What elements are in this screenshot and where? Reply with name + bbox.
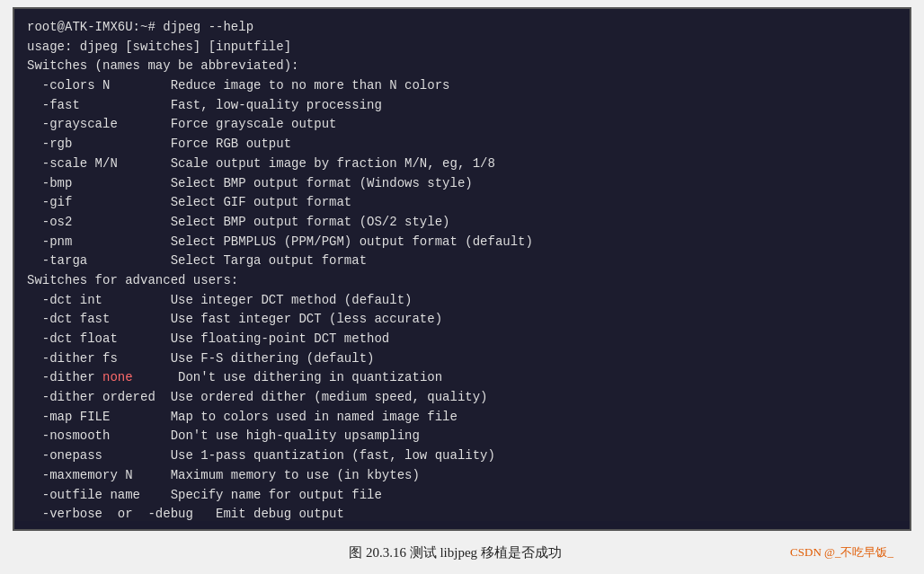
caption-brand: CSDN @_不吃早饭_ [790,544,893,561]
terminal-container: root@ATK-IMX6U:~# djpeg --helpusage: djp… [13,7,911,531]
terminal-output: root@ATK-IMX6U:~# djpeg --helpusage: djp… [14,9,910,521]
caption-bar: 图 20.3.16 测试 libjpeg 移植是否成功 CSDN @_不吃早饭_ [13,531,911,574]
caption-text: 图 20.3.16 测试 libjpeg 移植是否成功 [120,544,790,561]
